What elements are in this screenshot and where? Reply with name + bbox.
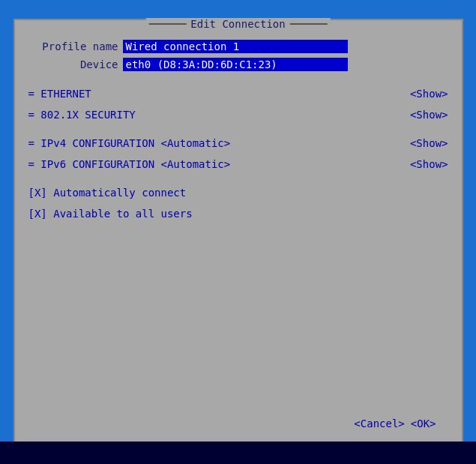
flex-spacer bbox=[28, 224, 448, 412]
ethernet-show[interactable]: <Show> bbox=[410, 88, 448, 100]
profile-name-row: Profile name Wired connection 1 bbox=[28, 40, 448, 53]
profile-name-value[interactable]: Wired connection 1 bbox=[123, 40, 348, 53]
profile-name-label: Profile name bbox=[28, 40, 118, 52]
all-users-row[interactable]: [X] Available to all users bbox=[28, 208, 448, 220]
dialog-title-bar: Edit Connection bbox=[145, 18, 330, 30]
ethernet-label: = ETHERNET bbox=[28, 88, 91, 100]
device-value[interactable]: eth0 (D8:3A:DD:6D:C1:23) bbox=[123, 58, 348, 71]
auto-connect-label: [X] Automatically connect bbox=[28, 187, 187, 199]
bottom-bar bbox=[0, 442, 476, 464]
auto-connect-row[interactable]: [X] Automatically connect bbox=[28, 187, 448, 199]
ipv4-show[interactable]: <Show> bbox=[410, 137, 448, 149]
ipv4-label: = IPv4 CONFIGURATION <Automatic> bbox=[28, 137, 231, 149]
8021x-show[interactable]: <Show> bbox=[410, 109, 448, 121]
all-users-label: [X] Available to all users bbox=[28, 208, 193, 220]
dialog-wrapper: Edit Connection Profile name Wired conne… bbox=[13, 19, 463, 446]
device-row: Device eth0 (D8:3A:DD:6D:C1:23) bbox=[28, 58, 448, 71]
dialog-title: Edit Connection bbox=[186, 18, 289, 30]
ipv6-section-row[interactable]: = IPv6 CONFIGURATION <Automatic> <Show> bbox=[28, 158, 448, 170]
outer-container: Edit Connection Profile name Wired conne… bbox=[0, 0, 476, 464]
title-line-right bbox=[290, 23, 328, 25]
ethernet-section-row[interactable]: = ETHERNET <Show> bbox=[28, 88, 448, 100]
ipv4-section-row[interactable]: = IPv4 CONFIGURATION <Automatic> <Show> bbox=[28, 137, 448, 149]
device-label: Device bbox=[28, 58, 118, 70]
spacer1 bbox=[28, 76, 448, 83]
8021x-section-row[interactable]: = 802.1X SECURITY <Show> bbox=[28, 109, 448, 121]
button-row: <Cancel> <OK> bbox=[28, 412, 448, 439]
spacer2 bbox=[28, 125, 448, 133]
cancel-button[interactable]: <Cancel> bbox=[354, 418, 404, 430]
spacer3 bbox=[28, 175, 448, 182]
ipv6-show[interactable]: <Show> bbox=[410, 158, 448, 170]
ipv6-label: = IPv6 CONFIGURATION <Automatic> bbox=[28, 158, 231, 170]
ok-button[interactable]: <OK> bbox=[411, 418, 436, 430]
dialog-content: Profile name Wired connection 1 Device e… bbox=[13, 29, 463, 446]
8021x-label: = 802.1X SECURITY bbox=[28, 109, 136, 121]
title-line-left bbox=[148, 23, 186, 25]
